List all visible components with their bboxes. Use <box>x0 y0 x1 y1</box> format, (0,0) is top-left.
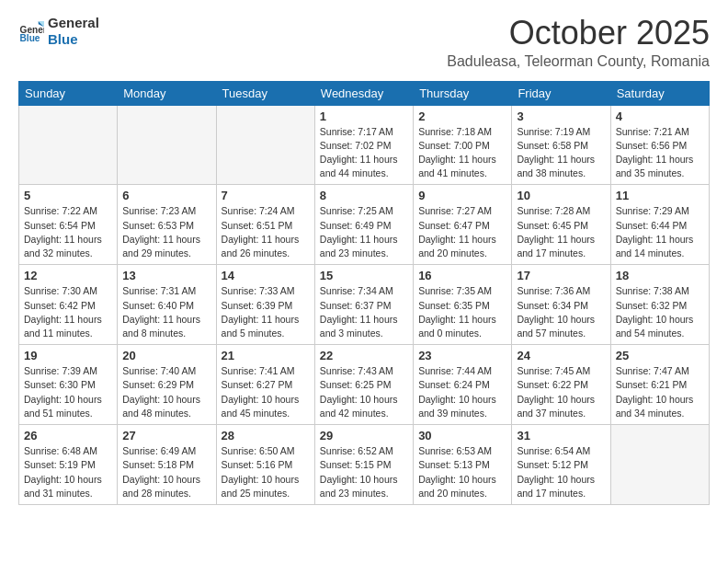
calendar-cell <box>610 425 709 505</box>
day-info: Sunrise: 7:21 AM Sunset: 6:56 PM Dayligh… <box>616 125 704 181</box>
day-info: Sunrise: 7:23 AM Sunset: 6:53 PM Dayligh… <box>122 204 210 260</box>
day-number: 31 <box>517 429 605 442</box>
day-number: 23 <box>418 349 506 362</box>
day-info: Sunrise: 7:29 AM Sunset: 6:44 PM Dayligh… <box>616 204 704 260</box>
day-info: Sunrise: 6:54 AM Sunset: 5:12 PM Dayligh… <box>517 444 605 500</box>
day-info: Sunrise: 7:38 AM Sunset: 6:32 PM Dayligh… <box>616 284 704 340</box>
day-number: 24 <box>517 349 605 362</box>
location-title: Baduleasa, Teleorman County, Romania <box>447 53 710 70</box>
day-number: 18 <box>616 269 704 282</box>
day-info: Sunrise: 7:24 AM Sunset: 6:51 PM Dayligh… <box>222 204 310 260</box>
logo: General Blue General Blue <box>18 15 99 48</box>
day-number: 12 <box>24 269 112 282</box>
day-number: 7 <box>222 189 310 202</box>
day-info: Sunrise: 7:25 AM Sunset: 6:49 PM Dayligh… <box>320 204 408 260</box>
weekday-header-wednesday: Wednesday <box>314 81 413 105</box>
day-number: 5 <box>24 189 112 202</box>
svg-text:Blue: Blue <box>20 33 40 43</box>
weekday-header-monday: Monday <box>118 81 216 105</box>
weekday-header-row: SundayMondayTuesdayWednesdayThursdayFrid… <box>19 81 710 105</box>
day-info: Sunrise: 6:53 AM Sunset: 5:13 PM Dayligh… <box>418 444 506 500</box>
day-number: 11 <box>616 189 704 202</box>
day-info: Sunrise: 7:28 AM Sunset: 6:45 PM Dayligh… <box>517 204 605 260</box>
day-info: Sunrise: 7:34 AM Sunset: 6:37 PM Dayligh… <box>320 284 408 340</box>
day-info: Sunrise: 7:33 AM Sunset: 6:39 PM Dayligh… <box>222 284 310 340</box>
week-row-3: 12Sunrise: 7:30 AM Sunset: 6:42 PM Dayli… <box>19 265 710 345</box>
day-number: 20 <box>122 349 210 362</box>
calendar-cell: 11Sunrise: 7:29 AM Sunset: 6:44 PM Dayli… <box>610 185 709 265</box>
day-info: Sunrise: 7:35 AM Sunset: 6:35 PM Dayligh… <box>418 284 506 340</box>
day-info: Sunrise: 7:44 AM Sunset: 6:24 PM Dayligh… <box>418 364 506 420</box>
weekday-header-friday: Friday <box>512 81 610 105</box>
calendar-cell: 17Sunrise: 7:36 AM Sunset: 6:34 PM Dayli… <box>512 265 610 345</box>
day-info: Sunrise: 6:49 AM Sunset: 5:18 PM Dayligh… <box>122 444 210 500</box>
calendar-cell <box>216 105 314 185</box>
calendar-cell: 9Sunrise: 7:27 AM Sunset: 6:47 PM Daylig… <box>414 185 512 265</box>
weekday-header-thursday: Thursday <box>414 81 512 105</box>
calendar-cell: 21Sunrise: 7:41 AM Sunset: 6:27 PM Dayli… <box>216 345 314 425</box>
calendar-cell: 10Sunrise: 7:28 AM Sunset: 6:45 PM Dayli… <box>512 185 610 265</box>
week-row-5: 26Sunrise: 6:48 AM Sunset: 5:19 PM Dayli… <box>19 425 710 505</box>
week-row-2: 5Sunrise: 7:22 AM Sunset: 6:54 PM Daylig… <box>19 185 710 265</box>
day-info: Sunrise: 7:45 AM Sunset: 6:22 PM Dayligh… <box>517 364 605 420</box>
weekday-header-sunday: Sunday <box>19 81 118 105</box>
week-row-1: 1Sunrise: 7:17 AM Sunset: 7:02 PM Daylig… <box>19 105 710 185</box>
calendar-cell: 31Sunrise: 6:54 AM Sunset: 5:12 PM Dayli… <box>512 425 610 505</box>
calendar-cell <box>19 105 118 185</box>
calendar-cell: 3Sunrise: 7:19 AM Sunset: 6:58 PM Daylig… <box>512 105 610 185</box>
calendar-cell: 23Sunrise: 7:44 AM Sunset: 6:24 PM Dayli… <box>414 345 512 425</box>
calendar-cell: 26Sunrise: 6:48 AM Sunset: 5:19 PM Dayli… <box>19 425 118 505</box>
day-number: 14 <box>222 269 310 282</box>
calendar-table: SundayMondayTuesdayWednesdayThursdayFrid… <box>18 81 710 505</box>
day-number: 15 <box>320 269 408 282</box>
day-number: 2 <box>418 109 506 123</box>
day-info: Sunrise: 7:27 AM Sunset: 6:47 PM Dayligh… <box>418 204 506 260</box>
calendar-cell: 6Sunrise: 7:23 AM Sunset: 6:53 PM Daylig… <box>118 185 216 265</box>
logo-blue: Blue <box>48 31 78 47</box>
day-info: Sunrise: 6:50 AM Sunset: 5:16 PM Dayligh… <box>222 444 310 500</box>
calendar-cell: 27Sunrise: 6:49 AM Sunset: 5:18 PM Dayli… <box>118 425 216 505</box>
day-number: 30 <box>418 429 506 442</box>
calendar-cell: 14Sunrise: 7:33 AM Sunset: 6:39 PM Dayli… <box>216 265 314 345</box>
week-row-4: 19Sunrise: 7:39 AM Sunset: 6:30 PM Dayli… <box>19 345 710 425</box>
calendar-cell: 24Sunrise: 7:45 AM Sunset: 6:22 PM Dayli… <box>512 345 610 425</box>
day-info: Sunrise: 7:43 AM Sunset: 6:25 PM Dayligh… <box>320 364 408 420</box>
day-number: 10 <box>517 189 605 202</box>
day-number: 17 <box>517 269 605 282</box>
day-info: Sunrise: 7:18 AM Sunset: 7:00 PM Dayligh… <box>418 125 506 181</box>
day-info: Sunrise: 7:22 AM Sunset: 6:54 PM Dayligh… <box>24 204 112 260</box>
page-container: General Blue General Blue October 2025 B… <box>0 0 728 520</box>
calendar-cell: 29Sunrise: 6:52 AM Sunset: 5:15 PM Dayli… <box>314 425 413 505</box>
day-number: 8 <box>320 189 408 202</box>
calendar-cell: 15Sunrise: 7:34 AM Sunset: 6:37 PM Dayli… <box>314 265 413 345</box>
day-info: Sunrise: 7:19 AM Sunset: 6:58 PM Dayligh… <box>517 125 605 181</box>
calendar-cell: 12Sunrise: 7:30 AM Sunset: 6:42 PM Dayli… <box>19 265 118 345</box>
day-info: Sunrise: 7:41 AM Sunset: 6:27 PM Dayligh… <box>222 364 310 420</box>
day-info: Sunrise: 7:31 AM Sunset: 6:40 PM Dayligh… <box>122 284 210 340</box>
weekday-header-tuesday: Tuesday <box>216 81 314 105</box>
calendar-cell: 20Sunrise: 7:40 AM Sunset: 6:29 PM Dayli… <box>118 345 216 425</box>
day-number: 22 <box>320 349 408 362</box>
day-info: Sunrise: 7:39 AM Sunset: 6:30 PM Dayligh… <box>24 364 112 420</box>
calendar-cell: 8Sunrise: 7:25 AM Sunset: 6:49 PM Daylig… <box>314 185 413 265</box>
day-number: 25 <box>616 349 704 362</box>
calendar-cell: 2Sunrise: 7:18 AM Sunset: 7:00 PM Daylig… <box>414 105 512 185</box>
page-header: General Blue General Blue October 2025 B… <box>18 15 710 70</box>
calendar-cell: 1Sunrise: 7:17 AM Sunset: 7:02 PM Daylig… <box>314 105 413 185</box>
day-number: 3 <box>517 109 605 123</box>
calendar-cell: 22Sunrise: 7:43 AM Sunset: 6:25 PM Dayli… <box>314 345 413 425</box>
calendar-cell: 18Sunrise: 7:38 AM Sunset: 6:32 PM Dayli… <box>610 265 709 345</box>
day-number: 26 <box>24 429 112 442</box>
calendar-cell: 28Sunrise: 6:50 AM Sunset: 5:16 PM Dayli… <box>216 425 314 505</box>
logo-general: General <box>48 15 99 30</box>
weekday-header-saturday: Saturday <box>610 81 709 105</box>
day-number: 4 <box>616 109 704 123</box>
day-number: 28 <box>222 429 310 442</box>
calendar-cell: 25Sunrise: 7:47 AM Sunset: 6:21 PM Dayli… <box>610 345 709 425</box>
calendar-cell: 16Sunrise: 7:35 AM Sunset: 6:35 PM Dayli… <box>414 265 512 345</box>
calendar-cell: 19Sunrise: 7:39 AM Sunset: 6:30 PM Dayli… <box>19 345 118 425</box>
title-block: October 2025 Baduleasa, Teleorman County… <box>447 15 710 70</box>
day-info: Sunrise: 7:36 AM Sunset: 6:34 PM Dayligh… <box>517 284 605 340</box>
day-number: 6 <box>122 189 210 202</box>
day-number: 13 <box>122 269 210 282</box>
